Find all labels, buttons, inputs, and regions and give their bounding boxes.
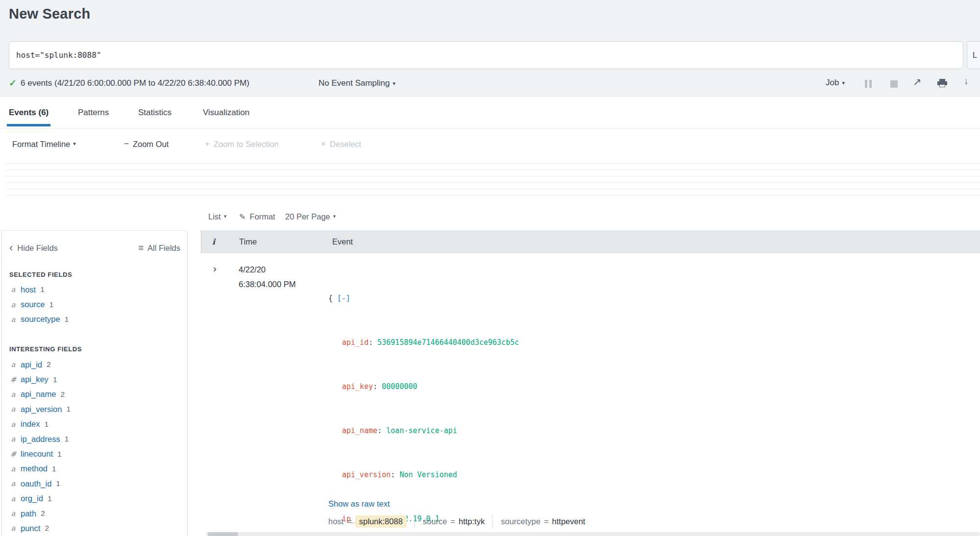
- event-sampling-dropdown[interactable]: No Event Sampling▾: [318, 78, 395, 88]
- event-count-summary: 6 events (4/21/20 6:00:00.000 PM to 4/22…: [21, 78, 249, 88]
- meta-sourcetype-value[interactable]: httpevent: [552, 517, 586, 526]
- time-range-button[interactable]: L: [967, 41, 980, 69]
- meta-host-value[interactable]: splunk:8088: [355, 515, 407, 528]
- meta-separator: [492, 515, 493, 528]
- tab-patterns[interactable]: Patterns: [76, 97, 111, 129]
- meta-source-value[interactable]: http:tyk: [459, 517, 485, 526]
- stop-job-icon[interactable]: [890, 80, 898, 88]
- event-meta-row: host = splunk:8088 source = http:tyk sou…: [328, 514, 585, 529]
- field-type-icon: #: [9, 450, 17, 459]
- event-date: 4/22/20: [239, 265, 266, 274]
- format-results-button[interactable]: ✎Format: [239, 206, 275, 228]
- fields-sidebar: ‹ Hide Fields ≡ All Fields SELECTED FIEL…: [1, 230, 188, 536]
- minus-icon: −: [124, 139, 129, 149]
- field-type-icon: a: [9, 390, 17, 399]
- field-type-icon: a: [9, 524, 17, 533]
- field-row-api_key[interactable]: # api_key 1: [9, 372, 182, 387]
- search-header: New Search L ✓ 6 events (4/21/20 6:00:00…: [0, 0, 980, 97]
- time-range-label: L: [973, 51, 977, 60]
- caret-down-icon: ▾: [393, 80, 396, 86]
- field-type-icon: a: [9, 435, 17, 443]
- page-title: New Search: [9, 6, 90, 22]
- field-row-sourcetype[interactable]: a sourcetype 1: [9, 312, 182, 327]
- field-row-punct[interactable]: a punct 2: [9, 521, 182, 536]
- scrollbar-thumb[interactable]: [208, 532, 238, 536]
- format-timeline-dropdown[interactable]: Format Timeline▾: [12, 129, 76, 159]
- tab-statistics[interactable]: Statistics: [136, 97, 173, 129]
- meta-source-label: source: [423, 517, 447, 526]
- field-row-ip_address[interactable]: a ip_address 1: [9, 432, 182, 446]
- caret-down-icon: ▾: [224, 213, 227, 219]
- tab-events[interactable]: Events (6): [7, 97, 50, 129]
- event-column-header: Event: [332, 230, 353, 253]
- chevron-left-icon: ‹: [9, 242, 13, 254]
- job-menu-label: Job: [826, 78, 839, 87]
- pencil-icon: ✎: [239, 212, 245, 221]
- export-download-icon[interactable]: ↓: [962, 76, 971, 86]
- zoom-to-selection-button: +Zoom to Selection: [205, 129, 279, 159]
- timeline-controls: Format Timeline▾ −Zoom Out +Zoom to Sele…: [0, 129, 980, 159]
- plus-icon: +: [205, 139, 210, 149]
- field-row-index[interactable]: a index 1: [9, 417, 182, 432]
- field-type-icon: a: [9, 464, 17, 473]
- expand-event-chevron-icon[interactable]: ›: [213, 262, 217, 275]
- caret-down-icon: ▾: [333, 213, 336, 219]
- all-fields-button[interactable]: ≡ All Fields: [139, 241, 180, 255]
- field-row-linecount[interactable]: # linecount 1: [9, 446, 182, 461]
- meta-sourcetype-label: sourcetype: [501, 517, 540, 526]
- field-row-oauth_id[interactable]: a oauth_id 1: [9, 476, 182, 491]
- list-view-dropdown[interactable]: List▾: [208, 206, 226, 228]
- job-menu-button[interactable]: Job▾: [826, 78, 845, 88]
- field-type-icon: a: [9, 509, 17, 518]
- selected-fields-title: SELECTED FIELDS: [9, 271, 72, 278]
- x-icon: ×: [321, 139, 326, 149]
- field-row-api_name[interactable]: a api_name 2: [9, 387, 182, 402]
- field-type-icon: a: [9, 315, 17, 324]
- horizontal-scrollbar[interactable]: [206, 532, 980, 536]
- field-row-api_version[interactable]: a api_version 1: [9, 402, 182, 416]
- search-input[interactable]: [9, 41, 963, 69]
- search-bar: [9, 41, 963, 69]
- share-icon[interactable]: ↗: [913, 76, 922, 88]
- deselect-button: ×Deselect: [321, 129, 361, 159]
- meta-host-label: host: [328, 517, 343, 526]
- timeline-chart[interactable]: [0, 159, 980, 201]
- time-column-header: Time: [239, 230, 257, 253]
- caret-down-icon: ▾: [73, 141, 76, 147]
- results-tabs: Events (6) Patterns Statistics Visualiza…: [0, 97, 980, 129]
- list-icon: ≡: [139, 243, 144, 253]
- interesting-fields-title: INTERESTING FIELDS: [9, 345, 82, 353]
- events-table-header: i Time Event: [201, 230, 980, 253]
- field-type-icon: a: [9, 479, 17, 488]
- splunk-search-page: New Search L ✓ 6 events (4/21/20 6:00:00…: [0, 0, 980, 536]
- field-type-icon: a: [9, 420, 17, 429]
- tab-visualization[interactable]: Visualization: [201, 97, 251, 129]
- field-row-org_id[interactable]: a org_id 1: [9, 491, 182, 506]
- job-complete-check-icon: ✓: [9, 77, 17, 89]
- show-as-raw-text-link[interactable]: Show as raw text: [328, 499, 390, 509]
- event-sampling-label: No Event Sampling: [318, 78, 390, 88]
- print-icon[interactable]: [937, 79, 947, 88]
- event-json: { [-] api_id: 536915894e71466440400d3ce9…: [328, 262, 860, 536]
- field-type-icon: a: [9, 300, 17, 309]
- zoom-out-button[interactable]: −Zoom Out: [124, 129, 169, 159]
- event-time: 6:38:04.000 PM: [239, 280, 296, 289]
- results-toolbar: List▾ ✎Format 20 Per Page▾: [0, 206, 980, 228]
- field-type-icon: a: [9, 494, 17, 503]
- pause-job-icon[interactable]: [865, 80, 873, 88]
- meta-separator: [415, 515, 415, 528]
- field-type-icon: a: [9, 285, 17, 294]
- hide-fields-button[interactable]: ‹ Hide Fields: [9, 241, 58, 255]
- field-type-icon: a: [9, 405, 17, 414]
- field-type-icon: a: [9, 360, 17, 369]
- collapse-json-link[interactable]: [-]: [337, 294, 350, 303]
- field-type-icon: #: [9, 375, 17, 384]
- caret-down-icon: ▾: [842, 80, 845, 86]
- field-row-method[interactable]: a method 1: [9, 462, 182, 476]
- field-row-path[interactable]: a path 2: [9, 506, 182, 521]
- info-column-header: i: [212, 230, 215, 253]
- field-row-api_id[interactable]: a api_id 2: [9, 357, 182, 372]
- per-page-dropdown[interactable]: 20 Per Page▾: [285, 206, 336, 228]
- field-row-source[interactable]: a source 1: [9, 297, 182, 312]
- field-row-host[interactable]: a host 1: [9, 282, 182, 297]
